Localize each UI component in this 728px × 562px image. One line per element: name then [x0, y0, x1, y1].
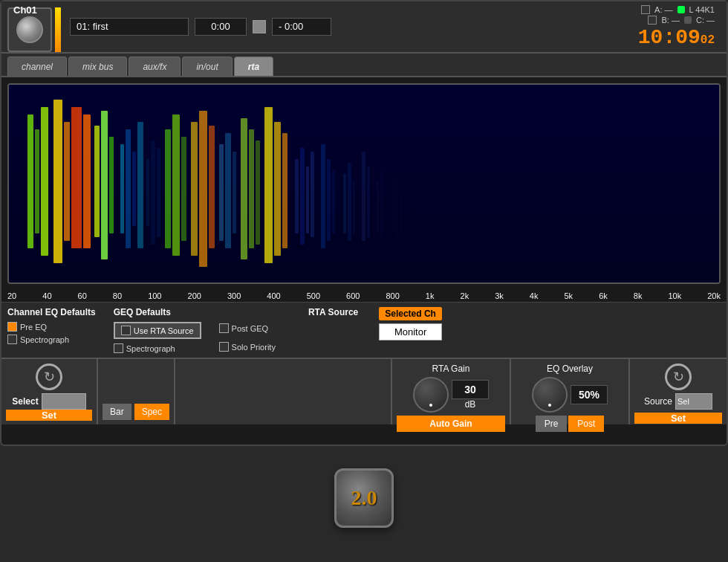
channel-eq-group: Channel EQ Defaults Pre EQ Spectrograph — [7, 307, 96, 344]
channel-spectrograph-row: Spectrograph — [7, 335, 96, 344]
pre-button[interactable]: Pre — [536, 416, 568, 432]
rotate-icon[interactable] — [36, 364, 62, 390]
rta-gain-section: RTA Gain 30 dB Auto Gain — [392, 359, 511, 424]
select-box[interactable] — [42, 393, 86, 410]
spec-button[interactable]: Spec — [134, 404, 169, 420]
freq-40: 40 — [42, 291, 51, 300]
post-geq-label: Post GEQ — [232, 324, 269, 333]
rta-gain-knob[interactable] — [413, 377, 449, 413]
header-row1: 01: first 0:00 - 0:00 — [70, 18, 638, 36]
freq-10k: 10k — [668, 291, 681, 300]
bar-button[interactable]: Bar — [103, 404, 131, 420]
use-rta-button[interactable]: Use RTA Source — [114, 322, 201, 339]
sel-box[interactable]: Sel — [675, 393, 712, 410]
source-sel-section: Source Sel Set — [630, 359, 727, 424]
track-name[interactable]: 01: first — [70, 18, 189, 36]
post-geq-group: Post GEQ Solo Priority — [219, 307, 276, 352]
svg-rect-13 — [126, 129, 131, 248]
eq-overlay-label: EQ Overlay — [547, 364, 593, 374]
source-set-button[interactable]: Set — [634, 413, 722, 424]
svg-rect-26 — [225, 133, 231, 248]
svg-rect-45 — [367, 167, 370, 237]
freq-5k: 5k — [564, 291, 573, 300]
svg-rect-19 — [165, 129, 171, 248]
svg-rect-35 — [300, 148, 305, 245]
level-c-label: C: — — [696, 16, 715, 25]
geq-defaults-group: GEQ Defaults Use RTA Source Spectrograph — [114, 307, 201, 353]
post-button[interactable]: Post — [568, 416, 604, 432]
svg-rect-7 — [71, 107, 82, 248]
freq-8k: 8k — [634, 291, 643, 300]
tab-rta[interactable]: rta — [234, 56, 273, 76]
freq-200: 200 — [188, 291, 201, 300]
channel-spectrograph-label: Spectrograph — [20, 335, 69, 344]
svg-rect-61 — [596, 224, 597, 233]
tab-channel[interactable]: channel — [7, 56, 67, 76]
stop-button[interactable] — [253, 20, 266, 33]
solo-priority-checkbox[interactable] — [219, 342, 229, 352]
eq-overlay-section: EQ Overlay 50% Pre Post — [511, 359, 630, 424]
rta-gain-label: RTA Gain — [432, 364, 470, 374]
svg-rect-21 — [181, 137, 186, 241]
freq-100: 100 — [148, 291, 161, 300]
post-geq-row: Post GEQ — [219, 323, 276, 333]
empty-section — [175, 359, 392, 424]
svg-rect-57 — [507, 215, 508, 233]
svg-rect-16 — [146, 159, 149, 226]
svg-rect-41 — [343, 174, 346, 233]
pre-eq-checkbox[interactable] — [7, 322, 17, 332]
svg-rect-18 — [157, 148, 160, 237]
selected-ch-group: Selected Ch Monitor — [379, 307, 442, 340]
db-label: dB — [465, 399, 476, 410]
logo-badge: 2.0 — [334, 468, 394, 528]
channel-spectrograph-checkbox[interactable] — [7, 335, 17, 344]
use-rta-checkbox[interactable] — [121, 326, 131, 335]
clock-display: 10:0902 — [638, 26, 715, 49]
header-right: A: — L 44K1 B: — C: — 10:0902 — [638, 5, 715, 49]
svg-rect-24 — [209, 126, 215, 248]
tab-aux-fx[interactable]: aux/fx — [129, 56, 181, 76]
bar-spec-row: Bar Spec — [103, 404, 169, 420]
checkbox-b[interactable] — [648, 16, 657, 25]
freq-80: 80 — [113, 291, 122, 300]
geq-spectrograph-checkbox[interactable] — [114, 343, 123, 353]
freq-6k: 6k — [599, 291, 608, 300]
svg-rect-42 — [348, 163, 351, 241]
solo-priority-label: Solo Priority — [232, 343, 276, 352]
set-button[interactable]: Set — [6, 410, 92, 421]
tab-mix-bus[interactable]: mix bus — [68, 56, 127, 76]
eq-overlay-knob[interactable] — [532, 377, 568, 413]
svg-rect-17 — [151, 140, 155, 245]
checkbox-a[interactable] — [641, 5, 650, 14]
svg-rect-39 — [327, 159, 331, 241]
channel-knob[interactable] — [16, 16, 43, 43]
svg-rect-48 — [391, 189, 394, 233]
freq-2k: 2k — [461, 291, 469, 300]
svg-rect-3 — [35, 129, 39, 233]
svg-rect-33 — [282, 133, 287, 248]
svg-rect-40 — [332, 170, 335, 233]
svg-rect-32 — [274, 122, 281, 256]
solo-priority-row: Solo Priority — [219, 342, 276, 352]
pre-post-row: Pre Post — [536, 416, 605, 432]
svg-rect-37 — [311, 152, 314, 237]
clock-main: 10:09 — [638, 26, 701, 49]
svg-rect-23 — [199, 111, 207, 267]
main-device: Ch01 01: first 0:00 - 0:00 A: — L 44K1 — [0, 0, 728, 446]
svg-rect-10 — [101, 111, 108, 259]
tab-in-out[interactable]: in/out — [182, 56, 232, 76]
svg-rect-60 — [573, 222, 574, 233]
pre-eq-row: Pre EQ — [7, 322, 96, 332]
freq-4k: 4k — [530, 291, 539, 300]
svg-rect-28 — [241, 118, 247, 259]
svg-rect-55 — [466, 207, 467, 233]
freq-1k: 1k — [426, 291, 435, 300]
source-rotate-icon[interactable] — [665, 364, 692, 390]
channel-eq-title: Channel EQ Defaults — [7, 307, 96, 317]
svg-rect-29 — [249, 129, 254, 248]
post-geq-checkbox[interactable] — [219, 323, 229, 333]
auto-gain-button[interactable]: Auto Gain — [397, 416, 505, 432]
svg-rect-6 — [64, 122, 70, 241]
svg-rect-30 — [256, 140, 260, 245]
freq-400: 400 — [267, 291, 280, 300]
